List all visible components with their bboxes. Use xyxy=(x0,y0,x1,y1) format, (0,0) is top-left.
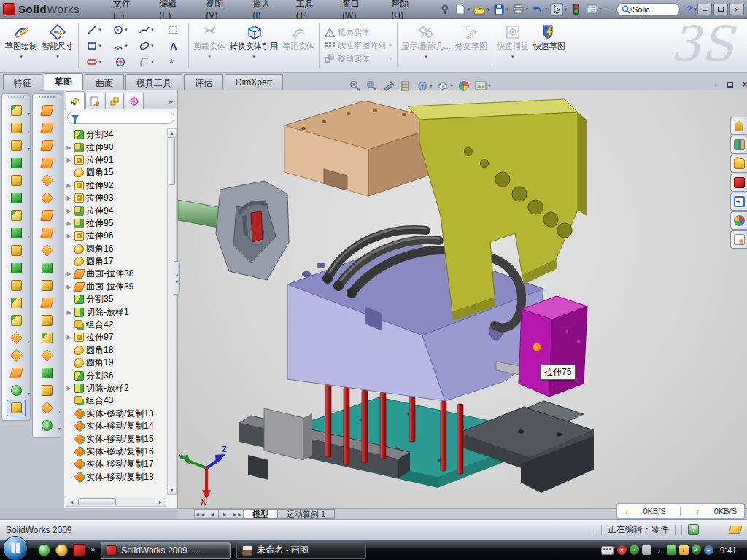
expand-arrow-icon[interactable]: ▶ xyxy=(66,334,72,341)
mirror-entities-button[interactable]: 镜向实体 xyxy=(325,27,392,38)
scroll-right-button[interactable]: ► xyxy=(155,497,166,506)
scroll-up-button[interactable]: ▲ xyxy=(168,129,176,138)
slot-icon[interactable] xyxy=(87,57,97,67)
doc-close-button[interactable]: × xyxy=(740,79,747,90)
tree-item[interactable]: ▶ 拉伸90 xyxy=(66,141,166,153)
planar-surface-icon[interactable]: ▾ xyxy=(37,190,56,206)
toolbar-dropdown[interactable]: ▾ xyxy=(28,111,30,116)
replace-face-icon[interactable]: ▾ xyxy=(37,382,56,399)
save-icon[interactable] xyxy=(492,3,506,16)
network-icon[interactable] xyxy=(667,545,676,555)
toolbar-dropdown[interactable]: ▾ xyxy=(28,233,30,238)
open-dropdown[interactable]: ▾ xyxy=(487,7,489,12)
select-dropdown[interactable]: ▾ xyxy=(564,7,567,12)
solidworks-launcher-icon[interactable] xyxy=(73,544,85,556)
sketch-fillet-dropdown[interactable]: ▾ xyxy=(151,59,154,65)
tree-item[interactable]: ▶ 圆角18 xyxy=(66,344,166,357)
section-view-icon[interactable] xyxy=(382,80,395,93)
minimize-button[interactable]: – xyxy=(697,4,712,15)
move-entities-dropdown[interactable]: ▾ xyxy=(389,56,392,62)
scene-dropdown[interactable]: ▾ xyxy=(488,83,491,89)
extend-surface-icon[interactable]: ▾ xyxy=(37,347,56,364)
tree-item[interactable]: ▶ 分割36 xyxy=(66,369,166,381)
rectangle-dropdown[interactable]: ▾ xyxy=(98,43,101,49)
appearances-tab[interactable] xyxy=(730,211,747,230)
revolved-surface-icon[interactable]: ▾ xyxy=(37,120,56,136)
tree-item[interactable]: ▶ 组合42 xyxy=(66,319,166,331)
solidworks-resources-tab[interactable] xyxy=(730,117,747,135)
ribbon-tab[interactable]: 曲面 xyxy=(85,74,124,90)
defender-icon[interactable]: + xyxy=(692,545,701,555)
parting-line-icon[interactable]: ▾ xyxy=(37,400,56,416)
tree-item[interactable]: ▶ 实体-移动/复制16 xyxy=(66,446,166,458)
fillet-icon[interactable]: ▾ xyxy=(7,137,26,154)
toolbar-dropdown[interactable]: ▾ xyxy=(28,128,30,133)
tree-item[interactable]: ▶ 拉伸92 xyxy=(66,179,166,192)
curves-icon[interactable]: ▾ xyxy=(7,382,26,399)
ribbon-tab[interactable]: 模具工具 xyxy=(125,74,182,90)
move-copy-body-icon[interactable]: ▾ xyxy=(7,330,26,346)
expand-arrow-icon[interactable]: ▶ xyxy=(66,144,72,151)
save-dropdown[interactable]: ▾ xyxy=(506,7,509,12)
print-dropdown[interactable]: ▾ xyxy=(525,7,528,12)
display-style-icon[interactable] xyxy=(416,80,428,93)
tree-filter-input[interactable] xyxy=(67,112,174,124)
sketch-fillet-icon[interactable] xyxy=(139,57,150,67)
file-explorer-tab[interactable] xyxy=(730,155,747,173)
tree-item[interactable]: ▶ 曲面-拉伸39 xyxy=(66,281,166,293)
design-library-tab[interactable] xyxy=(730,136,747,154)
ribbon-tab[interactable]: DimXpert xyxy=(225,74,283,90)
expand-arrow-icon[interactable]: ▶ xyxy=(66,208,72,214)
tag-icon[interactable] xyxy=(728,526,743,534)
extruded-boss-icon[interactable]: ▾ xyxy=(7,102,26,119)
overflow-ellipsis[interactable]: ⋯ xyxy=(605,5,612,13)
part-side-block-magenta[interactable] xyxy=(519,296,587,397)
first-tab-button[interactable]: ◄◄ xyxy=(194,509,206,519)
security-shield-icon[interactable]: ✓ xyxy=(630,545,639,555)
expand-arrow-icon[interactable]: ▶ xyxy=(66,233,72,239)
text-icon[interactable]: A xyxy=(168,41,178,51)
custom-properties-tab[interactable] xyxy=(730,230,747,249)
feature-manager-tab[interactable] xyxy=(66,91,85,109)
polygon-icon[interactable] xyxy=(115,57,125,67)
next-tab-button[interactable]: ► xyxy=(219,509,231,519)
help-dropdown[interactable]: ▾ xyxy=(694,7,697,12)
instant3d-icon[interactable]: ▾ xyxy=(7,400,26,416)
search-input[interactable] xyxy=(632,5,675,14)
view-orientation-icon[interactable] xyxy=(399,80,411,93)
toolbar-dropdown[interactable]: ▾ xyxy=(58,408,61,413)
undo-icon[interactable] xyxy=(531,3,544,16)
select-cursor-icon[interactable] xyxy=(550,3,563,16)
ruled-surface-icon[interactable]: ▾ xyxy=(37,225,56,241)
part-core-block-lavender[interactable] xyxy=(287,228,543,401)
tree-vertical-scrollbar[interactable]: ▲ ▼ xyxy=(167,128,177,495)
curve-tool-icon[interactable]: ▾ xyxy=(37,417,56,434)
shell-icon[interactable]: ▾ xyxy=(7,190,26,206)
options-dropdown[interactable]: ▾ xyxy=(599,7,602,12)
part-cavity-block-gray[interactable] xyxy=(216,181,289,280)
ellipse-dropdown[interactable]: ▾ xyxy=(151,43,154,49)
tree-item[interactable]: ▶ 拉伸91 xyxy=(66,154,166,166)
toolbar-dropdown[interactable]: ▾ xyxy=(58,426,61,431)
open-icon[interactable] xyxy=(473,3,486,16)
swept-boss-icon[interactable]: ▾ xyxy=(7,155,26,171)
swept-surface-icon[interactable]: ▾ xyxy=(37,137,56,154)
tree-item[interactable]: ▶ 实体-移动/复制17 xyxy=(66,458,166,470)
scene-icon[interactable] xyxy=(474,80,487,93)
split-icon[interactable]: ▾ xyxy=(7,295,26,311)
trim-dropdown[interactable]: ▾ xyxy=(208,52,211,61)
scroll-thumb-h[interactable] xyxy=(78,498,116,505)
tree-item[interactable]: ▶ 拉伸95 xyxy=(66,217,166,230)
linear-pattern-icon[interactable]: ▾ xyxy=(7,225,26,241)
thicken-icon[interactable]: ▾ xyxy=(37,295,56,311)
linear-pattern-dropdown[interactable]: ▾ xyxy=(389,43,392,49)
document-tab[interactable]: 运动算例 1 xyxy=(278,509,335,519)
antivirus-icon[interactable]: × xyxy=(617,545,627,555)
tree-item[interactable]: ▶ 圆角19 xyxy=(66,357,166,369)
ellipse-icon[interactable] xyxy=(139,41,150,51)
new-document-icon[interactable] xyxy=(454,3,467,16)
untrim-surface-icon[interactable]: ▾ xyxy=(37,330,56,346)
ribbon-tab[interactable]: 特征 xyxy=(3,74,42,90)
circle-icon[interactable] xyxy=(113,25,123,35)
filled-surface-icon[interactable]: ▾ xyxy=(37,242,56,259)
